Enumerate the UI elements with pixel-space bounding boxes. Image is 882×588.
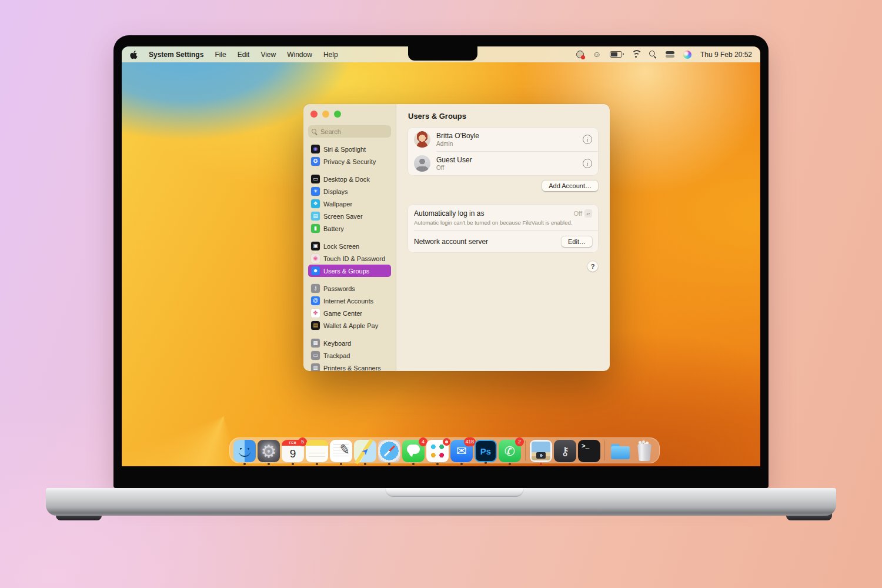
dock-keychain-access-icon[interactable] xyxy=(554,440,576,462)
sidebar-item-siri-and-spotlight[interactable]: ◉Siri & Spotlight xyxy=(308,143,391,155)
dock-maps-icon[interactable] xyxy=(354,440,376,462)
sidebar-item-users-and-groups[interactable]: ☻Users & Groups xyxy=(308,265,391,277)
desktop-background: System Settings FileEditViewWindowHelp T… xyxy=(0,0,882,588)
sidebar-item-label: Desktop & Dock xyxy=(323,176,370,183)
menu-bar-menus: FileEditViewWindowHelp xyxy=(215,51,338,59)
desktop-dock-icon: ▭ xyxy=(311,175,320,183)
auto-login-label: Automatically log in as xyxy=(414,209,484,218)
running-indicator xyxy=(436,463,439,465)
sidebar-groups: ◉Siri & Spotlight✪Privacy & Security▭Des… xyxy=(308,143,391,371)
menu-bar-clock[interactable]: Thu 9 Feb 20:52 xyxy=(700,51,752,59)
keyboard-icon: ▦ xyxy=(311,339,320,348)
dock-system-settings-icon[interactable] xyxy=(258,440,280,462)
printers-scanners-icon: ▥ xyxy=(311,363,320,371)
search-placeholder: Search xyxy=(320,128,341,135)
dock-photoshop-icon[interactable]: Ps xyxy=(475,440,497,462)
dock-downloads-icon[interactable] xyxy=(609,440,632,462)
game-center-icon: ✤ xyxy=(311,309,320,318)
sidebar-item-label: Keyboard xyxy=(323,340,351,347)
user-row-britta-o-boyle[interactable]: Britta O'BoyleAdmini xyxy=(408,128,598,151)
dock-notes-icon[interactable] xyxy=(306,440,328,462)
control-center-icon[interactable] xyxy=(666,51,674,58)
siri-icon[interactable] xyxy=(683,51,691,59)
sidebar-item-trackpad[interactable]: ▭Trackpad xyxy=(308,349,391,362)
menu-help[interactable]: Help xyxy=(323,51,338,59)
smiley-icon[interactable] xyxy=(593,50,601,59)
dock-terminal-icon[interactable]: >_ xyxy=(578,440,600,462)
sidebar-item-privacy-and-security[interactable]: ✪Privacy & Security xyxy=(308,155,391,168)
info-button[interactable]: i xyxy=(583,159,592,168)
dock-calendar-icon[interactable]: FEB95 xyxy=(282,440,304,462)
passwords-icon: ⚷ xyxy=(311,284,320,293)
edit-button[interactable]: Edit… xyxy=(562,236,592,247)
sidebar-item-passwords[interactable]: ⚷Passwords xyxy=(308,282,391,295)
sidebar-item-displays[interactable]: ☀Displays xyxy=(308,185,391,198)
sidebar-item-internet-accounts[interactable]: @Internet Accounts xyxy=(308,295,391,307)
search-input[interactable]: Search xyxy=(308,125,391,138)
users-card: Britta O'BoyleAdminiGuest UserOffi xyxy=(408,128,598,175)
info-button[interactable]: i xyxy=(583,135,592,144)
sidebar-item-wallpaper[interactable]: ❖Wallpaper xyxy=(308,198,391,210)
menu-bar-right: Thu 9 Feb 20:52 xyxy=(576,50,752,59)
dock-messages-icon[interactable]: 4 xyxy=(402,440,425,462)
sidebar-item-touch-id-and-password[interactable]: ◉Touch ID & Password xyxy=(308,252,391,265)
running-indicator xyxy=(509,463,511,465)
apple-menu-icon[interactable] xyxy=(130,50,138,59)
dock-photo-booth-icon[interactable] xyxy=(530,440,552,462)
sidebar-group: ⚷Passwords@Internet Accounts✤Game Center… xyxy=(308,282,391,332)
wifi-icon[interactable] xyxy=(631,51,640,58)
dock-whatsapp-icon[interactable]: 2 xyxy=(499,440,521,462)
camera-notch xyxy=(408,46,477,61)
sidebar-item-lock-screen[interactable]: ▣Lock Screen xyxy=(308,240,391,252)
user-detail: Admin xyxy=(436,141,479,148)
auto-login-select[interactable]: Off ▴▾ xyxy=(574,209,592,218)
sidebar-item-desktop-and-dock[interactable]: ▭Desktop & Dock xyxy=(308,173,391,185)
help-button[interactable]: ? xyxy=(587,261,598,272)
user-row-guest-user[interactable]: Guest UserOffi xyxy=(408,152,598,175)
menu-bar-status xyxy=(576,50,691,59)
dock-slack-icon[interactable] xyxy=(426,440,449,462)
dock-safari-icon[interactable] xyxy=(378,440,400,462)
dock-separator xyxy=(604,440,605,460)
dock-trash-icon[interactable] xyxy=(633,440,656,462)
dock-mail-icon[interactable]: 418 xyxy=(450,440,473,462)
running-indicator xyxy=(388,463,390,465)
sidebar-item-label: Game Center xyxy=(323,310,362,317)
add-account-button[interactable]: Add Account… xyxy=(542,181,598,191)
menu-window[interactable]: Window xyxy=(287,51,312,59)
dock-finder-icon[interactable] xyxy=(233,440,256,462)
zoom-button[interactable] xyxy=(334,111,341,118)
sidebar-item-label: Touch ID & Password xyxy=(323,255,385,262)
sidebar-item-label: Wallpaper xyxy=(323,201,352,208)
network-server-label: Network account server xyxy=(414,238,488,246)
sidebar-item-label: Screen Saver xyxy=(323,213,363,220)
menu-edit[interactable]: Edit xyxy=(238,51,250,59)
battery-status-icon[interactable] xyxy=(610,51,622,58)
menu-file[interactable]: File xyxy=(215,51,226,59)
minimize-button[interactable] xyxy=(322,111,329,118)
internet-accounts-icon: @ xyxy=(311,296,320,305)
active-app-name[interactable]: System Settings xyxy=(149,51,203,59)
lock-screen-icon: ▣ xyxy=(311,242,320,250)
add-account-row: Add Account… xyxy=(408,181,598,191)
notification-app-icon[interactable] xyxy=(576,51,584,58)
sidebar-item-printers-and-scanners[interactable]: ▥Printers & Scanners xyxy=(308,362,391,371)
running-indicator xyxy=(364,463,366,465)
close-button[interactable] xyxy=(310,111,318,118)
guest-avatar xyxy=(414,155,430,172)
dock-separator xyxy=(525,440,526,460)
sidebar-item-game-center[interactable]: ✤Game Center xyxy=(308,307,391,319)
sidebar-item-battery[interactable]: ▮Battery xyxy=(308,222,391,235)
sidebar-item-wallet-and-apple-pay[interactable]: ▤Wallet & Apple Pay xyxy=(308,319,391,332)
displays-icon: ☀ xyxy=(311,187,320,196)
spotlight-search-icon[interactable] xyxy=(649,51,657,58)
user-name: Britta O'Boyle xyxy=(436,132,479,141)
menu-view[interactable]: View xyxy=(260,51,276,59)
sidebar-item-screen-saver[interactable]: ▤Screen Saver xyxy=(308,210,391,222)
running-indicator xyxy=(460,463,463,465)
sidebar-item-keyboard[interactable]: ▦Keyboard xyxy=(308,337,391,349)
running-indicator xyxy=(292,463,294,465)
sidebar-item-label: Passwords xyxy=(323,285,355,292)
touch-id-icon: ◉ xyxy=(311,254,320,263)
sidebar-item-label: Battery xyxy=(323,225,344,232)
